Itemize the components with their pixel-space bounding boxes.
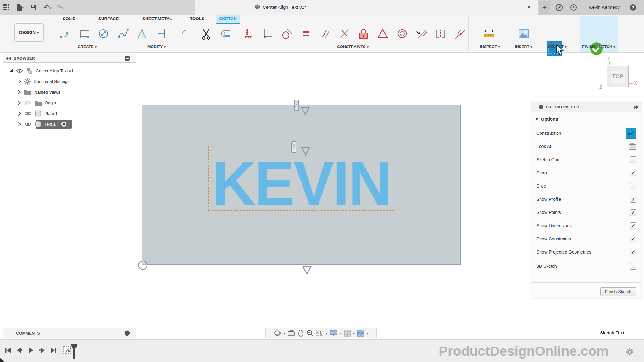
viewcube-top-face[interactable]: TOP [611, 70, 625, 83]
circle-tool-icon[interactable] [96, 26, 111, 41]
midpoint-constraint-glyph[interactable] [301, 107, 310, 116]
display-settings-icon[interactable] [330, 329, 338, 337]
midpoint-constraint-glyph[interactable] [302, 266, 312, 275]
tab-sketch[interactable]: SKETCH [216, 15, 240, 24]
insert-image-tool-icon[interactable] [516, 26, 531, 41]
measure-tool-icon[interactable] [482, 26, 496, 41]
viewports-icon[interactable] [357, 330, 364, 337]
tab-solid[interactable]: SOLID [63, 15, 75, 23]
timeline-position-marker[interactable] [70, 343, 78, 360]
group-label-inspect[interactable]: INSPECT [480, 44, 500, 50]
collinear-constraint-icon[interactable] [414, 26, 429, 41]
collapsed-arrow-icon[interactable] [18, 101, 21, 105]
browser-item-label[interactable]: Text:1 [44, 122, 56, 127]
viewports-caret[interactable] [367, 330, 369, 336]
close-tab-icon[interactable]: × [527, 4, 531, 10]
notifications-clock-icon[interactable] [570, 4, 577, 11]
grid-settings-icon[interactable] [344, 330, 351, 337]
look-at-button[interactable] [628, 143, 636, 150]
orbit-caret[interactable] [283, 330, 285, 336]
curvature-constraint-icon[interactable] [452, 26, 467, 41]
file-menu-caret[interactable] [22, 5, 24, 10]
show-points-checkbox[interactable]: ✓ [630, 209, 636, 216]
tab-sheet-metal[interactable]: SHEET METAL [142, 15, 172, 23]
browser-item-label[interactable]: Center Align Text v1 [36, 69, 74, 73]
file-menu-button[interactable] [16, 4, 24, 11]
visibility-eye-icon[interactable] [24, 122, 32, 127]
vertical-constraint-glyph[interactable] [293, 99, 300, 111]
sketch-origin-point[interactable] [138, 261, 147, 270]
coincident-constraint-icon[interactable] [260, 26, 275, 41]
app-grid-icon[interactable] [3, 4, 9, 11]
visibility-eye-icon[interactable] [24, 111, 32, 116]
workspace-switcher[interactable]: DESIGN [14, 23, 44, 42]
collapsed-arrow-icon[interactable] [18, 111, 21, 116]
timeline-settings-gear-icon[interactable] [626, 348, 634, 356]
help-icon[interactable]: ? [630, 4, 636, 11]
line-tool-icon[interactable] [58, 26, 73, 41]
equal-constraint-icon[interactable] [299, 26, 313, 41]
mirror-tool-icon[interactable] [135, 26, 149, 41]
browser-item-label[interactable]: Plate:1 [44, 111, 58, 116]
slice-checkbox[interactable]: ✓ [630, 183, 636, 189]
group-label-create[interactable]: CREATE [78, 44, 97, 50]
symmetry-constraint-icon[interactable] [433, 26, 448, 41]
new-tab-button[interactable]: + [539, 1, 550, 14]
group-label-finish-sketch[interactable]: FINISH SKETCH [582, 44, 615, 50]
user-account-button[interactable]: Kevin Kennedy [582, 5, 626, 10]
fix-unfix-constraint-icon[interactable] [356, 26, 371, 41]
orbit-icon[interactable] [274, 329, 281, 337]
midpoint-constraint-glyph[interactable] [301, 146, 311, 156]
collapsed-arrow-icon[interactable] [18, 90, 21, 94]
undo-caret[interactable] [50, 5, 52, 10]
zoom-window-icon[interactable] [316, 329, 324, 337]
zoom-icon[interactable] [306, 329, 314, 337]
fillet-tool-icon[interactable] [179, 26, 194, 41]
finish-sketch-button[interactable]: Finish Sketch [600, 287, 636, 296]
add-comment-icon[interactable] [124, 330, 130, 336]
activate-component-radio-icon[interactable] [60, 121, 67, 128]
show-dimensions-checkbox[interactable]: ✓ [630, 222, 636, 229]
step-forward-icon[interactable] [38, 347, 46, 354]
tab-tools[interactable]: TOOLS [190, 15, 204, 23]
midpoint-constraint-icon[interactable] [375, 26, 390, 41]
undo-button[interactable]: ↶ [43, 4, 52, 11]
play-icon[interactable] [27, 347, 35, 354]
browser-item-label[interactable]: Named Views [34, 90, 60, 95]
browser-item-label[interactable]: Document Settings [34, 79, 69, 84]
group-label-insert[interactable]: INSERT [515, 44, 532, 50]
redo-button[interactable]: ↷ [56, 4, 64, 11]
spline-tool-icon[interactable] [116, 26, 130, 41]
sketch-dimension-tool-icon[interactable] [154, 26, 169, 41]
sketch-grid-checkbox[interactable]: ✓ [630, 156, 636, 163]
step-back-icon[interactable] [16, 347, 23, 354]
collapsed-arrow-icon[interactable] [18, 122, 21, 127]
collapse-browser-icon[interactable] [6, 57, 11, 60]
sketch-palette-header[interactable]: SKETCH PALETTE [531, 102, 641, 112]
visibility-eye-off-icon[interactable] [24, 100, 31, 105]
visibility-eye-icon[interactable] [16, 69, 23, 73]
show-projected-geometries-checkbox[interactable]: ✓ [630, 249, 636, 255]
sketch-text[interactable]: KEVIN [210, 153, 392, 215]
browser-item-document-settings[interactable]: Document Settings [18, 77, 69, 86]
vertical-constraint-glyph[interactable] [291, 141, 297, 153]
palette-menu-icon[interactable] [539, 105, 543, 109]
comments-bar[interactable]: COMMENTS [3, 328, 136, 338]
concentric-constraint-icon[interactable] [395, 26, 409, 41]
expanded-arrow-icon[interactable] [9, 69, 13, 73]
perpendicular-constraint-icon[interactable] [337, 26, 352, 41]
go-to-start-icon[interactable] [4, 347, 12, 354]
rectangle-tool-icon[interactable] [77, 26, 92, 41]
go-to-end-icon[interactable] [50, 347, 57, 354]
browser-item-root[interactable]: Center Align Text v1 [9, 66, 74, 75]
collapsed-arrow-icon[interactable] [18, 80, 21, 84]
palette-drag-handle[interactable] [534, 105, 536, 109]
3d-sketch-checkbox[interactable]: ✓ [630, 263, 636, 270]
group-label-modify[interactable]: MODIFY [147, 44, 166, 50]
browser-item-text[interactable]: Text:1 [18, 119, 67, 129]
look-at-nav-icon[interactable] [287, 330, 295, 336]
pan-icon[interactable] [297, 329, 304, 337]
grid-settings-caret[interactable] [353, 330, 355, 336]
tangent-constraint-icon[interactable] [280, 26, 294, 41]
browser-item-origin[interactable]: Origin [18, 98, 56, 107]
